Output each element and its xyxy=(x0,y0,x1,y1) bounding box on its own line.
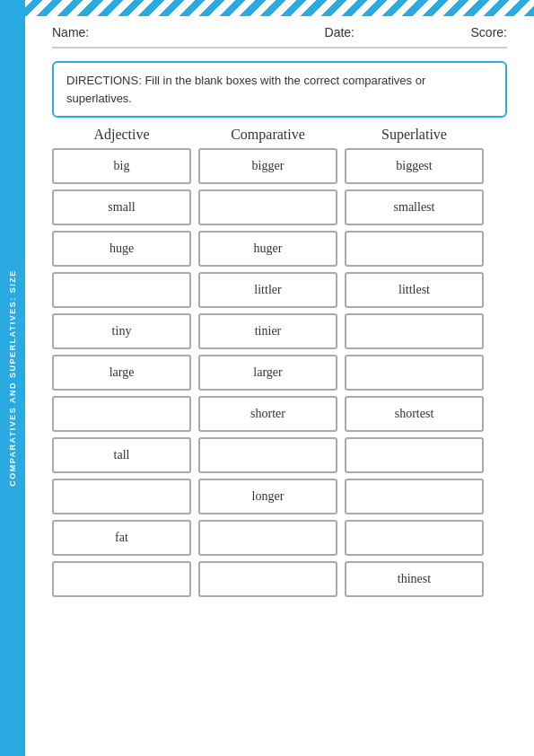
cell-comp-5: larger xyxy=(198,355,337,391)
cell-adj-5: large xyxy=(52,355,191,391)
table-body: bigbiggerbiggestsmallsmallesthugehugerli… xyxy=(52,148,507,597)
cell-comp-0: bigger xyxy=(198,148,337,184)
cell-comp-4: tinier xyxy=(198,313,337,349)
table-row: fat xyxy=(52,520,507,556)
column-headers: Adjective Comparative Superlative xyxy=(52,127,507,143)
table-row: littlerlittlest xyxy=(52,272,507,308)
cell-comp-8: longer xyxy=(198,479,337,514)
cell-adj-9: fat xyxy=(52,520,191,556)
col-header-superlative: Superlative xyxy=(345,127,484,143)
table-row: tall xyxy=(52,437,507,473)
cell-comp-10[interactable] xyxy=(198,561,337,597)
cell-comp-2: huger xyxy=(198,231,337,267)
cell-adj-6[interactable] xyxy=(52,396,191,432)
table-row: hugehuger xyxy=(52,231,507,267)
directions-text: DIRECTIONS: Fill in the blank boxes with… xyxy=(66,74,425,105)
table-row: smallsmallest xyxy=(52,189,507,225)
cell-super-9[interactable] xyxy=(345,520,484,556)
cell-super-4[interactable] xyxy=(345,313,484,349)
cell-adj-10[interactable] xyxy=(52,561,191,597)
cell-adj-1: small xyxy=(52,189,191,225)
col-header-adjective: Adjective xyxy=(52,127,191,143)
cell-super-3: littlest xyxy=(345,272,484,308)
cell-adj-0: big xyxy=(52,148,191,184)
cell-super-6: shortest xyxy=(345,396,484,432)
cell-adj-4: tiny xyxy=(52,313,191,349)
table-row: shortershortest xyxy=(52,396,507,432)
cell-super-2[interactable] xyxy=(345,231,484,267)
cell-comp-1[interactable] xyxy=(198,189,337,225)
cell-adj-3[interactable] xyxy=(52,272,191,308)
cell-super-8[interactable] xyxy=(345,479,484,514)
table-row: largelarger xyxy=(52,355,507,391)
cell-comp-9[interactable] xyxy=(198,520,337,556)
score-label: Score: xyxy=(435,25,507,40)
cell-adj-7: tall xyxy=(52,437,191,473)
table-row: tinytinier xyxy=(52,313,507,349)
directions-box: DIRECTIONS: Fill in the blank boxes with… xyxy=(52,61,507,118)
table-row: bigbiggerbiggest xyxy=(52,148,507,184)
cell-adj-8[interactable] xyxy=(52,479,191,514)
sidebar-label: COMPARATIVES AND SUPERLATIVES: SIZE xyxy=(8,269,17,487)
cell-comp-3: littler xyxy=(198,272,337,308)
cell-comp-7[interactable] xyxy=(198,437,337,473)
cell-super-1: smallest xyxy=(345,189,484,225)
cell-comp-6: shorter xyxy=(198,396,337,432)
name-label: Name: xyxy=(52,25,244,40)
col-header-comparative: Comparative xyxy=(198,127,337,143)
cell-super-0: biggest xyxy=(345,148,484,184)
sidebar: COMPARATIVES AND SUPERLATIVES: SIZE xyxy=(0,0,25,756)
cell-super-5[interactable] xyxy=(345,355,484,391)
stripe-header xyxy=(0,0,534,16)
table-row: longer xyxy=(52,479,507,514)
header-row: Name: Date: Score: xyxy=(52,16,507,48)
cell-adj-2: huge xyxy=(52,231,191,267)
date-label: Date: xyxy=(244,25,436,40)
cell-super-10: thinest xyxy=(345,561,484,597)
cell-super-7[interactable] xyxy=(345,437,484,473)
table-row: thinest xyxy=(52,561,507,597)
main-content: Name: Date: Score: DIRECTIONS: Fill in t… xyxy=(25,16,534,615)
